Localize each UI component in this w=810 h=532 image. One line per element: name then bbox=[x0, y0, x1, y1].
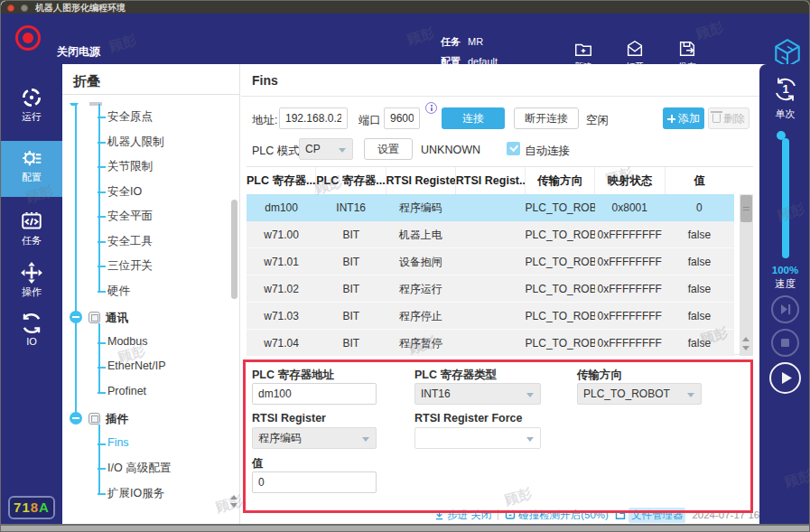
tree-item-safety-home[interactable]: 安全原点 bbox=[107, 109, 153, 126]
tree-trunk-line bbox=[75, 104, 77, 419]
collapse-toggle-icon[interactable] bbox=[70, 412, 82, 425]
file-manager-text: 文件管理器 bbox=[628, 508, 686, 523]
scroll-down-icon[interactable] bbox=[742, 346, 749, 350]
table-row[interactable]: w71.04BIT程序暂停PLC_TO_ROB...0xFFFFFFFFfals… bbox=[247, 330, 734, 357]
tree-item-safety-tool[interactable]: 安全工具 bbox=[107, 234, 153, 250]
value-input[interactable] bbox=[252, 471, 377, 493]
cell: 机器上电 bbox=[386, 221, 455, 247]
value-label: 值 bbox=[252, 456, 264, 471]
speed-percent: 100% bbox=[759, 265, 810, 275]
tree-item-fins[interactable]: Fins bbox=[107, 436, 129, 453]
collapse-toggle-icon[interactable] bbox=[70, 311, 82, 323]
table-scrollbar[interactable] bbox=[740, 167, 753, 356]
table-row[interactable]: dm100INT16程序编码PLC_TO_ROB...0x80010 bbox=[247, 194, 734, 221]
tree-item-safety-plane[interactable]: 安全平面 bbox=[107, 209, 153, 225]
rtsi-register-select[interactable]: 程序编码 bbox=[252, 427, 377, 449]
table-row[interactable]: w71.02BIT程序运行PLC_TO_ROB...0xFFFFFFFFfals… bbox=[247, 275, 734, 303]
fins-panel: Fins 地址: 端口 连接 断开连接 空闲 添加 删除 PLC 模式: CP … bbox=[241, 64, 759, 524]
rtsi-register-label: RTSI Register bbox=[252, 412, 326, 425]
window-close-button[interactable] bbox=[7, 5, 14, 12]
scroll-down-icon[interactable] bbox=[230, 503, 237, 508]
tree-item-safety-io[interactable]: 安全IO bbox=[107, 184, 142, 201]
window-minimize-button[interactable] bbox=[21, 5, 28, 12]
expand-triangle-icon bbox=[70, 103, 79, 106]
cell: 程序运行 bbox=[386, 275, 455, 302]
tree-item-ethernet-ip[interactable]: EtherNet/IP bbox=[107, 359, 166, 376]
settings-button[interactable]: 设置 bbox=[364, 138, 413, 160]
plc-type-select[interactable]: INT16 bbox=[414, 383, 541, 405]
tree-item-io-advanced-config[interactable]: I/O 高级配置 bbox=[107, 461, 171, 477]
step-forward-button[interactable] bbox=[771, 295, 799, 323]
chevron-down-icon bbox=[339, 148, 346, 153]
collision-icon bbox=[505, 509, 516, 520]
cell: w71.02 bbox=[247, 275, 316, 302]
rtsi-force-select[interactable] bbox=[414, 427, 541, 449]
speed-label: 速度 bbox=[759, 277, 810, 291]
speed-slider-knob[interactable] bbox=[777, 131, 786, 140]
cell: PLC_TO_ROB... bbox=[526, 221, 595, 247]
tree-item-joint-limit[interactable]: 关节限制 bbox=[107, 159, 153, 175]
cell: PLC_TO_ROB... bbox=[526, 248, 595, 275]
cell: BIT bbox=[316, 248, 386, 275]
cell: PLC_TO_ROB... bbox=[526, 303, 595, 329]
plugin-group-icon bbox=[88, 413, 100, 425]
scroll-up-icon[interactable] bbox=[742, 337, 749, 341]
cell: BIT bbox=[316, 330, 386, 356]
config-tree-panel: 折叠 安全原点 机器人限制 关节限制 安全IO 安全平面 安全工具 三位开关 硬… bbox=[62, 64, 240, 524]
step-icon bbox=[434, 509, 444, 520]
stop-button[interactable] bbox=[771, 329, 799, 357]
power-record-button[interactable] bbox=[15, 25, 41, 51]
single-run-button[interactable]: 1 bbox=[771, 75, 800, 107]
nav-io[interactable]: IO bbox=[1, 306, 62, 362]
tree-item-profinet[interactable]: Profinet bbox=[107, 385, 146, 401]
tree-item-hardware[interactable]: 硬件 bbox=[107, 284, 130, 300]
cell: BIT bbox=[316, 275, 386, 302]
tree-title[interactable]: 折叠 bbox=[73, 73, 100, 90]
col-value: 值 bbox=[666, 167, 734, 194]
table-row[interactable]: w71.01BIT设备抱闸PLC_TO_ROB...0xFFFFFFFFfals… bbox=[247, 248, 734, 275]
delete-button[interactable]: 删除 bbox=[708, 107, 749, 129]
step-status-text: 步进 关闭 bbox=[447, 509, 491, 522]
scrollbar-thumb[interactable] bbox=[740, 195, 752, 222]
direction-value: PLC_TO_ROBOT bbox=[583, 387, 670, 400]
direction-select[interactable]: PLC_TO_ROBOT bbox=[577, 383, 702, 405]
table-row[interactable]: w71.03BIT程序停止PLC_TO_ROB...0xFFFFFFFFfals… bbox=[247, 303, 734, 330]
speed-slider-track[interactable] bbox=[782, 138, 789, 258]
connect-button[interactable]: 连接 bbox=[442, 107, 505, 129]
disconnect-button[interactable]: 断开连接 bbox=[514, 107, 579, 129]
plc-address-input[interactable] bbox=[252, 383, 377, 405]
auto-connect-checkbox[interactable] bbox=[507, 142, 520, 155]
power-button-label[interactable]: 关闭电源 bbox=[57, 44, 100, 60]
tree-item-three-pos-switch[interactable]: 三位开关 bbox=[107, 258, 153, 275]
single-run-label: 单次 bbox=[759, 107, 810, 121]
step-status[interactable]: 步进 关闭 bbox=[434, 509, 491, 522]
cell: false bbox=[665, 303, 734, 329]
divider bbox=[62, 94, 240, 95]
add-button[interactable]: 添加 bbox=[663, 107, 704, 129]
play-button[interactable] bbox=[769, 362, 801, 394]
tree-branch-line-plugin bbox=[98, 425, 100, 493]
address-input[interactable] bbox=[279, 107, 348, 129]
nav-run[interactable]: 运行 bbox=[1, 80, 62, 136]
window-title: 机器人图形化编程环境 bbox=[35, 2, 126, 14]
tree-scrollbar[interactable] bbox=[231, 200, 237, 299]
nav-operate-label: 操作 bbox=[1, 285, 62, 299]
cell bbox=[455, 330, 525, 356]
tree-item-robot-limit[interactable]: 机器人限制 bbox=[107, 135, 164, 151]
communication-group-icon bbox=[88, 312, 100, 323]
rtsi-register-value: 程序编码 bbox=[258, 432, 302, 444]
file-manager[interactable]: 文件管理器 bbox=[615, 508, 686, 523]
info-icon[interactable] bbox=[425, 102, 437, 114]
nav-config[interactable]: 配置 bbox=[1, 141, 62, 197]
collision-status[interactable]: 碰撞检测开启(50%) bbox=[505, 509, 609, 522]
nav-operate[interactable]: 操作 bbox=[1, 256, 62, 312]
nav-task[interactable]: 任务 bbox=[1, 204, 62, 260]
tree-item-modbus[interactable]: Modbus bbox=[107, 335, 147, 351]
scroll-up-icon[interactable] bbox=[230, 495, 237, 499]
port-input[interactable] bbox=[384, 107, 420, 129]
cell: 程序暂停 bbox=[386, 330, 455, 356]
table-row[interactable]: w71.00BIT机器上电PLC_TO_ROB...0xFFFFFFFFfals… bbox=[247, 221, 734, 248]
tree-item-extended-io-service[interactable]: 扩展IO服务 bbox=[107, 486, 164, 502]
tree-scroll-arrows[interactable] bbox=[229, 495, 238, 508]
plc-mode-select[interactable]: CP bbox=[299, 138, 353, 160]
